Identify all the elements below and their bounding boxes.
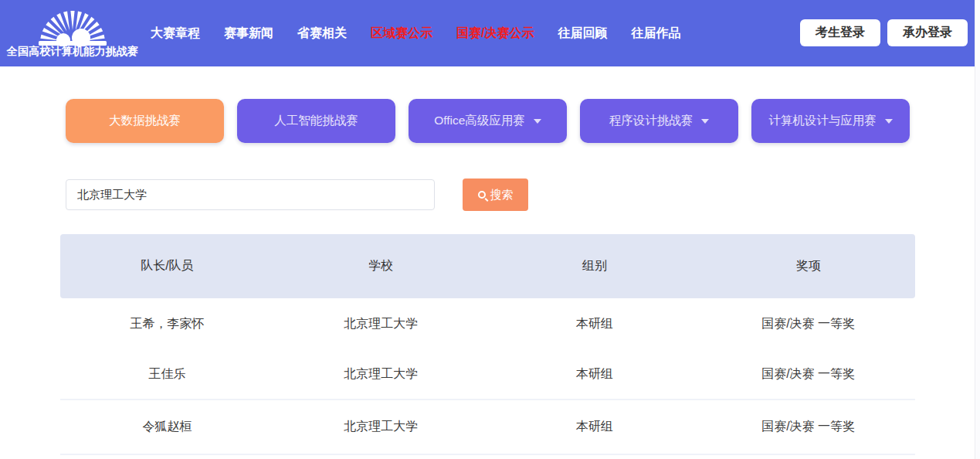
tab-office-advanced[interactable]: Office高级应用赛 — [409, 99, 567, 143]
chevron-down-icon — [885, 119, 893, 124]
logo-text: 全国高校计算机能力挑战赛 — [3, 45, 142, 59]
nav-item-charter[interactable]: 大赛章程 — [151, 26, 200, 42]
search-icon — [478, 191, 486, 199]
col-header-group: 组别 — [488, 258, 702, 274]
cell-school: 北京理工大学 — [274, 419, 488, 435]
cell-group: 本研组 — [488, 366, 702, 382]
cell-group: 本研组 — [488, 316, 702, 332]
tab-artificial-intelligence[interactable]: 人工智能挑战赛 — [237, 99, 395, 143]
table-row: 令狐赵桓 北京理工大学 本研组 国赛/决赛 一等奖 — [60, 400, 915, 455]
tab-programming[interactable]: 程序设计挑战赛 — [580, 99, 738, 143]
cell-members: 王希，李家怀 — [60, 316, 274, 332]
main-menu: 大赛章程 赛事新闻 省赛相关 区域赛公示 国赛/决赛公示 往届回顾 往届作品 — [151, 0, 680, 66]
tab-label: Office高级应用赛 — [434, 113, 525, 129]
table-row: 王希，李家怀 北京理工大学 本研组 国赛/决赛 一等奖 — [60, 298, 915, 349]
table-row: 王佳乐 北京理工大学 本研组 国赛/决赛 一等奖 — [60, 349, 915, 400]
nav-item-past-review[interactable]: 往届回顾 — [558, 26, 607, 42]
col-header-school: 学校 — [274, 258, 488, 274]
tab-label: 程序设计挑战赛 — [609, 113, 693, 129]
organizer-login-button[interactable]: 承办登录 — [887, 19, 968, 46]
col-header-members: 队长/队员 — [60, 258, 274, 274]
tab-label: 大数据挑战赛 — [109, 113, 181, 129]
competition-tabs: 大数据挑战赛 人工智能挑战赛 Office高级应用赛 程序设计挑战赛 计算机设计… — [66, 99, 910, 143]
school-search-input[interactable] — [66, 179, 435, 210]
nav-item-news[interactable]: 赛事新闻 — [224, 26, 273, 42]
tab-computer-design[interactable]: 计算机设计与应用赛 — [751, 99, 910, 143]
nav-item-regional-announcement[interactable]: 区域赛公示 — [371, 26, 432, 42]
cell-award: 国赛/决赛 一等奖 — [701, 366, 915, 382]
nav-item-past-works[interactable]: 往届作品 — [631, 26, 680, 42]
cell-members: 王佳乐 — [60, 366, 274, 382]
cell-award: 国赛/决赛 一等奖 — [701, 316, 915, 332]
results-table: 队长/队员 学校 组别 奖项 王希，李家怀 北京理工大学 本研组 国赛/决赛 一… — [60, 234, 915, 455]
auth-buttons: 考生登录 承办登录 — [800, 19, 968, 46]
tab-big-data[interactable]: 大数据挑战赛 — [66, 99, 224, 143]
top-navbar: 全国高校计算机能力挑战赛 大赛章程 赛事新闻 省赛相关 区域赛公示 国赛/决赛公… — [0, 0, 975, 66]
search-button[interactable]: 搜索 — [463, 178, 528, 211]
chevron-down-icon — [534, 119, 541, 124]
tab-label: 人工智能挑战赛 — [274, 113, 358, 129]
cell-members: 令狐赵桓 — [60, 419, 274, 435]
col-header-award: 奖项 — [701, 258, 915, 274]
search-button-label: 搜索 — [490, 188, 514, 202]
cell-award: 国赛/决赛 一等奖 — [701, 419, 915, 435]
candidate-login-button[interactable]: 考生登录 — [800, 19, 880, 46]
site-logo[interactable]: 全国高校计算机能力挑战赛 — [3, 2, 142, 59]
table-header-row: 队长/队员 学校 组别 奖项 — [60, 234, 915, 298]
cell-group: 本研组 — [488, 419, 702, 435]
nav-item-national-final-announcement[interactable]: 国赛/决赛公示 — [456, 26, 534, 42]
scrollbar-track[interactable] — [975, 0, 980, 459]
chevron-down-icon — [701, 119, 709, 124]
nav-item-provincial[interactable]: 省赛相关 — [297, 26, 347, 42]
cell-school: 北京理工大学 — [274, 366, 488, 382]
cell-school: 北京理工大学 — [274, 316, 488, 332]
logo-sunburst-icon — [33, 2, 112, 46]
tab-label: 计算机设计与应用赛 — [768, 113, 877, 129]
